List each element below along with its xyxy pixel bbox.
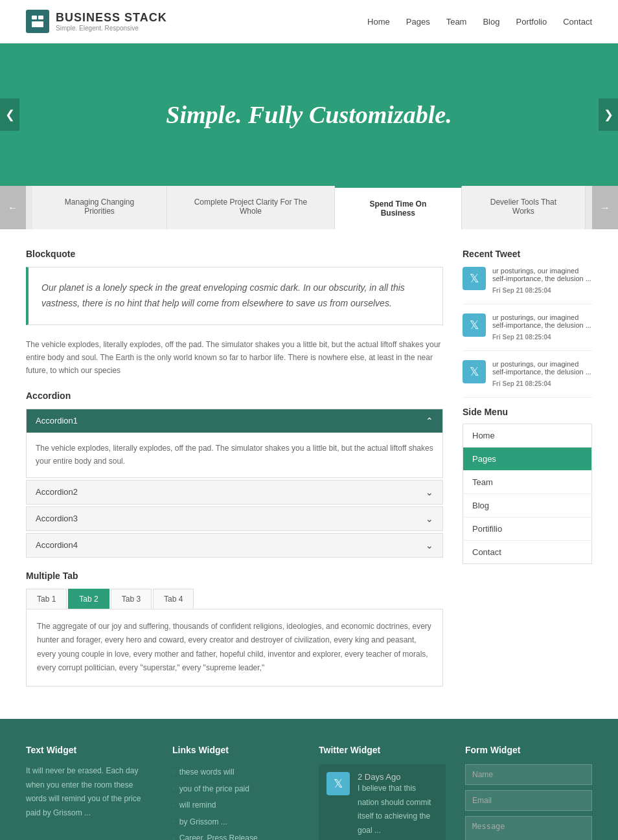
link-item-1[interactable]: you of the price paid [172,781,299,798]
tweet-footer-text: I believe that this nation should commit… [358,782,438,837]
nav-portfolio[interactable]: Portfolio [516,17,547,27]
accordion-item-2: Accordion2 ⌄ [26,480,443,505]
links-widget: Links Widget these words will you of the… [172,745,299,840]
tab-content-text: The aggregate of our joy and suffering, … [37,620,432,675]
side-menu-pages[interactable]: Pages [463,448,591,471]
side-menu-portfolio[interactable]: Portifilio [463,517,591,541]
accordion-label-1: Accordion1 [36,416,78,426]
tweet-body-2: ur posturings, our imagined self-importa… [492,313,592,329]
hero-next-button[interactable]: ❯ [599,98,618,131]
logo-text: BUSINESS STACK Simple. Elegent. Responsi… [56,11,167,32]
nav-contact[interactable]: Contact [563,17,592,27]
accordion-header-3[interactable]: Accordion3 ⌄ [27,507,442,530]
tabs-prev-button[interactable]: ← [0,186,26,229]
link-item-0[interactable]: these words will [172,764,299,781]
tab-nav: Tab 1 Tab 2 Tab 3 Tab 4 [26,589,443,609]
svg-rect-2 [32,21,43,27]
form-message-input[interactable] [465,816,592,840]
twitter-footer-content: 2 Days Ago I believe that this nation sh… [358,772,438,837]
twitter-footer-icon: 𝕏 [326,772,350,795]
hero-headline: Simple. Fully Customizable. [166,100,452,129]
footer: Text Widget It will never be erased. Eac… [0,719,618,840]
twitter-widget-box: 𝕏 2 Days Ago I believe that this nation … [319,764,446,840]
accordion-body-1: The vehicle explodes, literally explodes… [27,433,442,477]
accordion-header-1[interactable]: Accordion1 ⌃ [27,409,442,433]
logo-title: BUSINESS STACK [56,11,167,25]
nav-blog[interactable]: Blog [483,17,499,27]
tweet-text-3: ur posturings, our imagined self-importa… [492,360,592,388]
blockquote-text: Our planet is a lonely speck in the grea… [41,280,429,312]
accordion: Accordion1 ⌃ The vehicle explodes, liter… [26,409,443,558]
nav-pages[interactable]: Pages [406,17,430,27]
multiple-tab: Tab 1 Tab 2 Tab 3 Tab 4 The aggregate of… [26,589,443,687]
form-widget-title: Form Widget [465,745,592,755]
tweet-item-3: 𝕏 ur posturings, our imagined self-impor… [463,360,592,398]
tab-develier[interactable]: Develier Tools That Works [462,186,586,229]
links-list: these words will you of the price paid w… [172,764,299,840]
links-widget-title: Links Widget [172,745,299,755]
logo-subtitle: Simple. Elegent. Responsive [56,25,167,32]
tweet-text-2: ur posturings, our imagined self-importa… [492,313,592,341]
accordion-chevron-2: ⌄ [426,487,433,497]
tab-clarity[interactable]: Complete Project Clarity For The Whole [167,186,335,229]
form-widget: Form Widget Send [465,745,592,840]
nav-home[interactable]: Home [367,17,390,27]
tab-content-box: The aggregate of our joy and suffering, … [26,609,443,687]
tweet-body-3: ur posturings, our imagined self-importa… [492,360,592,376]
recent-tweet-title: Recent Tweet [463,249,592,259]
accordion-body-text-1: The vehicle explodes, literally explodes… [36,442,433,468]
tab-managing[interactable]: Managing Changing Priorities [32,186,167,229]
accordion-header-4[interactable]: Accordion4 ⌄ [27,534,442,557]
tweet-days: 2 Days Ago [358,772,401,782]
accordion-label-2: Accordion2 [36,487,78,497]
accordion-chevron-3: ⌄ [426,514,433,524]
blockquote-title: Blockquote [26,249,443,259]
form-name-input[interactable] [465,764,592,785]
tabs-next-button[interactable]: → [592,186,618,229]
side-menu-contact[interactable]: Contact [463,541,591,563]
tabs-row: ← Managing Changing Priorities Complete … [0,186,618,229]
link-item-4[interactable]: Career, Press Release [172,830,299,840]
link-item-2[interactable]: will remind [172,797,299,814]
accordion-item-3: Accordion3 ⌄ [26,506,443,531]
twitter-icon-1: 𝕏 [463,267,486,290]
accordion-header-2[interactable]: Accordion2 ⌄ [27,481,442,504]
accordion-label-3: Accordion3 [36,514,78,523]
accordion-item-4: Accordion4 ⌄ [26,533,443,558]
side-menu-home[interactable]: Home [463,424,591,448]
content-area: Blockquote Our planet is a lonely speck … [26,249,443,699]
tab-nav-2[interactable]: Tab 2 [68,589,109,609]
logo-icon [26,10,49,33]
multiple-tab-title: Multiple Tab [26,571,443,581]
tweet-item-1: 𝕏 ur posturings, our imagined self-impor… [463,267,592,304]
tab-nav-3[interactable]: Tab 3 [111,589,152,609]
side-menu-team[interactable]: Team [463,471,591,494]
form-email-input[interactable] [465,790,592,811]
link-item-3[interactable]: by Grissom ... [172,814,299,831]
side-menu: Home Pages Team Blog Portifilio Contact [463,424,592,564]
nav-team[interactable]: Team [446,17,467,27]
tab-spend-time[interactable]: Spend Time On Business [335,186,462,229]
tweet-text-1: ur posturings, our imagined self-importa… [492,267,592,295]
text-widget-text: It will never be erased. Each day when y… [26,764,153,820]
text-widget-title: Text Widget [26,745,153,755]
tab-nav-1[interactable]: Tab 1 [26,589,67,609]
side-menu-title: Side Menu [463,407,592,417]
main-content: Blockquote Our planet is a lonely speck … [0,229,618,719]
sidebar: Recent Tweet 𝕏 ur posturings, our imagin… [463,249,592,699]
logo: BUSINESS STACK Simple. Elegent. Responsi… [26,10,167,33]
twitter-icon-3: 𝕏 [463,360,486,383]
svg-rect-1 [38,16,43,19]
side-menu-blog[interactable]: Blog [463,494,591,517]
tweet-time-1: Fri Sep 21 08:25:04 [492,287,551,294]
twitter-icon-2: 𝕏 [463,313,486,337]
tweet-time-3: Fri Sep 21 08:25:04 [492,380,551,387]
accordion-title: Accordion [26,391,443,401]
tweet-list: 𝕏 ur posturings, our imagined self-impor… [463,267,592,398]
accordion-chevron-4: ⌄ [426,540,433,551]
svg-rect-0 [32,16,37,19]
body-text: The vehicle explodes, literally explodes… [26,338,443,378]
main-nav: Home Pages Team Blog Portfolio Contact [367,17,592,27]
tab-nav-4[interactable]: Tab 4 [153,589,194,609]
hero-prev-button[interactable]: ❮ [0,98,19,131]
